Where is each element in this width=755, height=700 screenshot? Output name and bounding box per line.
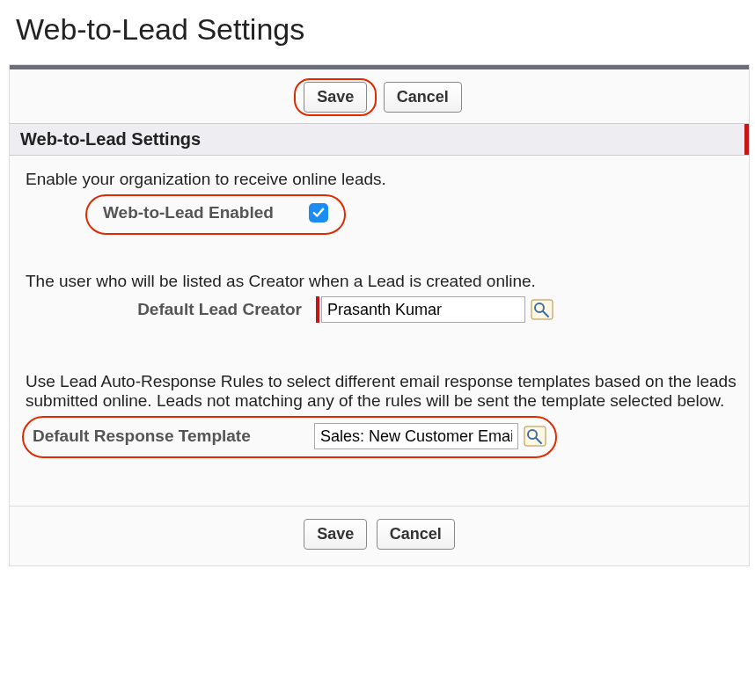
- creator-description: The user who will be listed as Creator w…: [26, 272, 737, 291]
- default-lead-creator-input[interactable]: [321, 296, 525, 323]
- web-to-lead-enabled-checkbox[interactable]: [309, 203, 328, 222]
- bottom-button-row: Save Cancel: [10, 506, 749, 562]
- settings-panel: Save Cancel Web-to-Lead Settings Enable …: [9, 64, 750, 566]
- cancel-button[interactable]: Cancel: [377, 519, 455, 550]
- section-header-indicator: [744, 124, 749, 155]
- save-button[interactable]: Save: [304, 82, 367, 113]
- section-header: Web-to-Lead Settings: [10, 123, 749, 156]
- response-label: Default Response Template: [33, 427, 314, 446]
- section-header-label: Web-to-Lead Settings: [20, 129, 201, 149]
- response-description: Use Lead Auto-Response Rules to select d…: [26, 372, 737, 411]
- cancel-button[interactable]: Cancel: [384, 82, 462, 113]
- creator-label: Default Lead Creator: [26, 300, 316, 319]
- required-indicator: [316, 296, 319, 323]
- enable-description: Enable your organization to receive onli…: [26, 170, 737, 189]
- lookup-icon[interactable]: [531, 299, 553, 320]
- creator-field-row: Default Lead Creator: [26, 296, 737, 323]
- enable-label: Web-to-Lead Enabled: [103, 203, 309, 222]
- check-icon: [312, 207, 325, 219]
- save-button[interactable]: Save: [304, 519, 367, 550]
- lookup-icon[interactable]: [524, 426, 546, 447]
- top-button-row: Save Cancel: [10, 75, 749, 123]
- panel-top-border: [10, 65, 749, 69]
- highlight-response: Default Response Template: [22, 416, 557, 458]
- default-response-template-input[interactable]: [314, 423, 518, 449]
- highlight-save-top: Save: [294, 78, 377, 116]
- highlight-enable: Web-to-Lead Enabled: [85, 194, 346, 235]
- section-body: Enable your organization to receive onli…: [10, 156, 749, 499]
- page-title: Web-to-Lead Settings: [0, 0, 755, 55]
